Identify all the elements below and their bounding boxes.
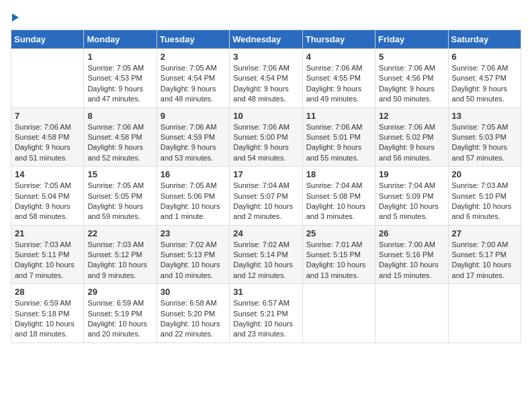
day-info: Sunrise: 7:06 AM Sunset: 5:01 PM Dayligh… — [306, 122, 371, 164]
day-info: Sunrise: 7:05 AM Sunset: 4:54 PM Dayligh… — [161, 63, 226, 105]
page-header — [11, 11, 521, 21]
calendar-cell — [448, 284, 521, 343]
day-info: Sunrise: 7:05 AM Sunset: 5:03 PM Dayligh… — [452, 122, 517, 164]
calendar-cell: 3Sunrise: 7:06 AM Sunset: 4:54 PM Daylig… — [230, 49, 302, 108]
calendar-cell: 5Sunrise: 7:06 AM Sunset: 4:56 PM Daylig… — [375, 49, 448, 108]
day-info: Sunrise: 7:06 AM Sunset: 4:58 PM Dayligh… — [15, 122, 80, 164]
calendar-cell: 14Sunrise: 7:05 AM Sunset: 5:04 PM Dayli… — [11, 167, 84, 226]
day-number: 30 — [161, 287, 226, 297]
logo — [11, 11, 19, 21]
day-info: Sunrise: 7:01 AM Sunset: 5:15 PM Dayligh… — [306, 240, 371, 281]
day-number: 17 — [233, 169, 298, 179]
day-info: Sunrise: 6:57 AM Sunset: 5:21 PM Dayligh… — [233, 298, 298, 340]
weekday-header-monday: Monday — [84, 30, 157, 49]
weekday-header-wednesday: Wednesday — [230, 30, 302, 49]
day-number: 26 — [379, 228, 444, 238]
day-number: 22 — [87, 228, 152, 238]
calendar-cell: 17Sunrise: 7:04 AM Sunset: 5:07 PM Dayli… — [230, 167, 302, 226]
day-number: 23 — [161, 228, 226, 238]
weekday-header-row: SundayMondayTuesdayWednesdayThursdayFrid… — [11, 30, 521, 49]
calendar-cell: 28Sunrise: 6:59 AM Sunset: 5:18 PM Dayli… — [11, 284, 84, 343]
day-number: 9 — [161, 111, 226, 121]
day-number: 8 — [87, 111, 152, 121]
calendar-cell — [302, 284, 375, 343]
day-number: 5 — [379, 52, 444, 62]
calendar-cell: 6Sunrise: 7:06 AM Sunset: 4:57 PM Daylig… — [448, 49, 521, 108]
day-info: Sunrise: 7:06 AM Sunset: 4:54 PM Dayligh… — [233, 63, 298, 105]
calendar-body: 1Sunrise: 7:05 AM Sunset: 4:53 PM Daylig… — [11, 49, 521, 343]
day-number: 21 — [15, 228, 80, 238]
day-number: 28 — [15, 287, 80, 297]
day-number: 15 — [87, 169, 152, 179]
calendar-cell: 22Sunrise: 7:03 AM Sunset: 5:12 PM Dayli… — [84, 225, 157, 284]
day-number: 2 — [161, 52, 226, 62]
calendar-table: SundayMondayTuesdayWednesdayThursdayFrid… — [11, 30, 521, 343]
calendar-cell: 1Sunrise: 7:05 AM Sunset: 4:53 PM Daylig… — [84, 49, 157, 108]
calendar-cell: 2Sunrise: 7:05 AM Sunset: 4:54 PM Daylig… — [157, 49, 229, 108]
day-info: Sunrise: 7:03 AM Sunset: 5:12 PM Dayligh… — [87, 240, 152, 281]
day-number: 11 — [306, 111, 371, 121]
calendar-cell: 29Sunrise: 6:59 AM Sunset: 5:19 PM Dayli… — [84, 284, 157, 343]
calendar-cell: 20Sunrise: 7:03 AM Sunset: 5:10 PM Dayli… — [448, 167, 521, 226]
calendar-cell: 19Sunrise: 7:04 AM Sunset: 5:09 PM Dayli… — [375, 167, 448, 226]
day-number: 4 — [306, 52, 371, 62]
calendar-cell: 11Sunrise: 7:06 AM Sunset: 5:01 PM Dayli… — [302, 107, 375, 167]
calendar-cell: 23Sunrise: 7:02 AM Sunset: 5:13 PM Dayli… — [157, 225, 229, 284]
day-number: 25 — [306, 228, 371, 238]
day-info: Sunrise: 7:06 AM Sunset: 4:59 PM Dayligh… — [161, 122, 226, 164]
weekday-header-sunday: Sunday — [11, 30, 84, 49]
calendar-cell: 7Sunrise: 7:06 AM Sunset: 4:58 PM Daylig… — [11, 107, 84, 167]
day-info: Sunrise: 7:03 AM Sunset: 5:10 PM Dayligh… — [452, 181, 517, 222]
calendar-week-row: 14Sunrise: 7:05 AM Sunset: 5:04 PM Dayli… — [11, 167, 521, 226]
day-number: 14 — [15, 169, 80, 179]
calendar-cell — [375, 284, 448, 343]
calendar-cell: 21Sunrise: 7:03 AM Sunset: 5:11 PM Dayli… — [11, 225, 84, 284]
calendar-header: SundayMondayTuesdayWednesdayThursdayFrid… — [11, 30, 521, 49]
weekday-header-thursday: Thursday — [302, 30, 375, 49]
calendar-cell: 15Sunrise: 7:05 AM Sunset: 5:05 PM Dayli… — [84, 167, 157, 226]
weekday-header-friday: Friday — [375, 30, 448, 49]
day-info: Sunrise: 7:06 AM Sunset: 5:02 PM Dayligh… — [379, 122, 444, 164]
day-number: 29 — [87, 287, 152, 297]
day-number: 24 — [233, 228, 298, 238]
calendar-cell: 4Sunrise: 7:06 AM Sunset: 4:55 PM Daylig… — [302, 49, 375, 108]
calendar-cell: 26Sunrise: 7:00 AM Sunset: 5:16 PM Dayli… — [375, 225, 448, 284]
day-number: 7 — [15, 111, 80, 121]
calendar-week-row: 7Sunrise: 7:06 AM Sunset: 4:58 PM Daylig… — [11, 107, 521, 167]
calendar-cell: 8Sunrise: 7:06 AM Sunset: 4:58 PM Daylig… — [84, 107, 157, 167]
day-number: 19 — [379, 169, 444, 179]
day-info: Sunrise: 7:06 AM Sunset: 4:55 PM Dayligh… — [306, 63, 371, 105]
weekday-header-saturday: Saturday — [448, 30, 521, 49]
day-number: 13 — [452, 111, 517, 121]
day-number: 31 — [233, 287, 298, 297]
day-info: Sunrise: 7:06 AM Sunset: 5:00 PM Dayligh… — [233, 122, 298, 164]
calendar-cell: 25Sunrise: 7:01 AM Sunset: 5:15 PM Dayli… — [302, 225, 375, 284]
day-info: Sunrise: 7:02 AM Sunset: 5:13 PM Dayligh… — [161, 240, 226, 281]
day-info: Sunrise: 7:06 AM Sunset: 4:56 PM Dayligh… — [379, 63, 444, 105]
day-info: Sunrise: 7:03 AM Sunset: 5:11 PM Dayligh… — [15, 240, 80, 281]
day-number: 3 — [233, 52, 298, 62]
day-info: Sunrise: 7:04 AM Sunset: 5:07 PM Dayligh… — [233, 181, 298, 222]
calendar-cell: 24Sunrise: 7:02 AM Sunset: 5:14 PM Dayli… — [230, 225, 302, 284]
day-info: Sunrise: 6:59 AM Sunset: 5:19 PM Dayligh… — [87, 298, 152, 340]
calendar-cell — [11, 49, 84, 108]
day-number: 18 — [306, 169, 371, 179]
day-number: 12 — [379, 111, 444, 121]
day-info: Sunrise: 7:05 AM Sunset: 5:05 PM Dayligh… — [87, 181, 152, 222]
day-info: Sunrise: 7:00 AM Sunset: 5:17 PM Dayligh… — [452, 240, 517, 281]
calendar-week-row: 1Sunrise: 7:05 AM Sunset: 4:53 PM Daylig… — [11, 49, 521, 108]
calendar-cell: 30Sunrise: 6:58 AM Sunset: 5:20 PM Dayli… — [157, 284, 229, 343]
day-number: 10 — [233, 111, 298, 121]
calendar-cell: 10Sunrise: 7:06 AM Sunset: 5:00 PM Dayli… — [230, 107, 302, 167]
day-info: Sunrise: 6:58 AM Sunset: 5:20 PM Dayligh… — [161, 298, 226, 340]
logo-arrow-icon — [12, 13, 19, 21]
calendar-cell: 13Sunrise: 7:05 AM Sunset: 5:03 PM Dayli… — [448, 107, 521, 167]
day-number: 27 — [452, 228, 517, 238]
day-number: 20 — [452, 169, 517, 179]
calendar-cell: 27Sunrise: 7:00 AM Sunset: 5:17 PM Dayli… — [448, 225, 521, 284]
day-info: Sunrise: 7:06 AM Sunset: 4:58 PM Dayligh… — [87, 122, 152, 164]
calendar-cell: 12Sunrise: 7:06 AM Sunset: 5:02 PM Dayli… — [375, 107, 448, 167]
day-info: Sunrise: 7:05 AM Sunset: 4:53 PM Dayligh… — [87, 63, 152, 105]
day-info: Sunrise: 6:59 AM Sunset: 5:18 PM Dayligh… — [15, 298, 80, 340]
day-info: Sunrise: 7:05 AM Sunset: 5:04 PM Dayligh… — [15, 181, 80, 222]
